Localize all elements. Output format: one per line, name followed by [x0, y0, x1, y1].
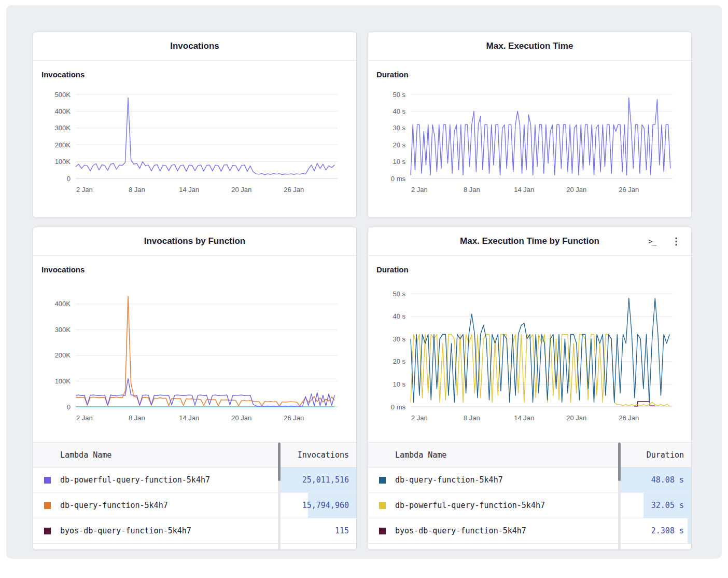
svg-text:50 s: 50 s	[393, 290, 405, 298]
panel-body: Invocations 0100K200K300K400K500K2 Jan8 …	[33, 61, 356, 197]
panel-body: Duration 0 ms10 s20 s30 s40 s50 s2 Jan8 …	[368, 256, 691, 425]
table-row[interactable]: db-powerful-query-function-5k4h732.05 s	[368, 493, 691, 518]
chart-svg: 0100K200K300K400K500K2 Jan8 Jan14 Jan20 …	[41, 87, 348, 197]
svg-text:26 Jan: 26 Jan	[619, 186, 639, 194]
svg-text:2 Jan: 2 Jan	[411, 414, 428, 422]
metric-value: 115	[335, 526, 349, 535]
terminal-icon[interactable]: >_	[648, 237, 656, 245]
table-rows: db-powerful-query-function-5k4h725,011,5…	[33, 467, 356, 549]
panel-title: Max. Execution Time by Function	[460, 236, 599, 246]
column-resize-divider[interactable]	[278, 443, 281, 549]
column-header-duration[interactable]: Duration	[620, 450, 691, 460]
table-row[interactable]: db-powerful-query-function-5k4h725,011,5…	[33, 467, 356, 493]
metric-value: 15,794,960	[302, 501, 349, 510]
invocations-by-function-table: Lambda Name Invocations db-powerful-quer…	[33, 442, 356, 549]
panel-title: Invocations	[170, 41, 219, 51]
kebab-menu-icon[interactable]: ⋮	[671, 236, 681, 247]
chart-svg: 0 ms10 s20 s30 s40 s50 s2 Jan8 Jan14 Jan…	[376, 87, 683, 197]
column-header-invocations[interactable]: Invocations	[279, 450, 356, 460]
svg-text:10 s: 10 s	[393, 158, 405, 166]
y-axis-title: Invocations	[41, 265, 348, 274]
metric-value-cell: 15,794,960	[279, 493, 356, 518]
svg-text:2 Jan: 2 Jan	[411, 186, 428, 194]
series-color-swatch	[379, 477, 386, 484]
series-color-swatch	[379, 502, 386, 509]
svg-text:20 s: 20 s	[393, 357, 405, 365]
panel-invocations: Invocations Invocations 0100K200K300K400…	[33, 32, 357, 218]
svg-text:20 Jan: 20 Jan	[231, 186, 251, 194]
svg-text:14 Jan: 14 Jan	[514, 414, 534, 422]
metric-value-cell: 32.05 s	[620, 493, 691, 518]
svg-text:0: 0	[67, 403, 71, 411]
svg-text:40 s: 40 s	[393, 107, 405, 115]
invocations-by-function-chart: 0100K200K300K400K2 Jan8 Jan14 Jan20 Jan2…	[41, 286, 348, 425]
panel-body: Invocations 0100K200K300K400K2 Jan8 Jan1…	[33, 256, 356, 425]
svg-text:0: 0	[67, 175, 71, 183]
lambda-name: db-powerful-query-function-5k4h7	[60, 475, 279, 485]
metric-value-cell: 2.308 s	[620, 518, 691, 543]
panel-header: Invocations	[33, 32, 356, 61]
y-axis-title: Invocations	[41, 70, 348, 79]
column-header-lambda-name[interactable]: Lambda Name	[368, 450, 620, 460]
svg-text:20 Jan: 20 Jan	[231, 414, 251, 422]
table-row[interactable]: db-query-function-5k4h748.08 s	[368, 467, 691, 493]
max-execution-time-by-function-table: Lambda Name Duration db-query-function-5…	[368, 442, 691, 549]
svg-text:100K: 100K	[55, 377, 71, 385]
svg-text:400K: 400K	[55, 300, 71, 308]
svg-text:100K: 100K	[55, 158, 71, 166]
svg-text:26 Jan: 26 Jan	[284, 186, 304, 194]
panel-invocations-by-function: Invocations by Function Invocations 0100…	[33, 227, 357, 550]
table-rows: db-query-function-5k4h748.08 sdb-powerfu…	[368, 467, 691, 549]
panel-max-execution-time-by-function: Max. Execution Time by Function >_ ⋮ Dur…	[368, 227, 692, 550]
lambda-name: byos-db-query-function-5k4h7	[60, 526, 279, 535]
svg-text:20 s: 20 s	[393, 141, 405, 149]
svg-text:14 Jan: 14 Jan	[179, 186, 199, 194]
lambda-name: db-powerful-query-function-5k4h7	[395, 501, 620, 510]
panel-body: Duration 0 ms10 s20 s30 s40 s50 s2 Jan8 …	[368, 61, 691, 197]
table-header: Lambda Name Invocations	[33, 443, 356, 467]
table-row-partial	[33, 544, 356, 549]
svg-text:26 Jan: 26 Jan	[284, 414, 304, 422]
svg-text:200K: 200K	[55, 141, 71, 149]
metric-value-cell: 115	[279, 518, 356, 543]
metric-value-cell: 48.08 s	[620, 467, 691, 492]
svg-text:8 Jan: 8 Jan	[129, 186, 145, 194]
svg-text:40 s: 40 s	[393, 312, 405, 320]
column-resize-divider[interactable]	[618, 443, 621, 549]
metric-value-cell: 25,011,516	[279, 467, 356, 492]
svg-text:14 Jan: 14 Jan	[514, 186, 534, 194]
metric-value: 48.08 s	[651, 475, 684, 485]
svg-text:14 Jan: 14 Jan	[179, 414, 199, 422]
svg-text:10 s: 10 s	[393, 380, 405, 388]
y-axis-title: Duration	[376, 265, 683, 274]
svg-text:500K: 500K	[55, 91, 71, 99]
chart-svg: 0 ms10 s20 s30 s40 s50 s2 Jan8 Jan14 Jan…	[376, 286, 683, 425]
table-row[interactable]: db-query-function-5k4h715,794,960	[33, 493, 356, 518]
svg-text:26 Jan: 26 Jan	[619, 414, 639, 422]
svg-text:300K: 300K	[55, 326, 71, 334]
table-row[interactable]: byos-db-query-function-5k4h72.308 s	[368, 518, 691, 544]
panel-header: Invocations by Function	[33, 227, 356, 256]
svg-text:20 Jan: 20 Jan	[566, 414, 586, 422]
svg-text:30 s: 30 s	[393, 124, 405, 132]
series-color-swatch	[44, 477, 51, 484]
scrollbar-thumb[interactable]	[618, 443, 621, 481]
svg-text:8 Jan: 8 Jan	[129, 414, 145, 422]
lambda-name: db-query-function-5k4h7	[60, 501, 279, 510]
dashboard-canvas: Invocations Invocations 0100K200K300K400…	[6, 5, 722, 559]
scrollbar-thumb[interactable]	[278, 443, 281, 481]
table-row-partial	[368, 544, 691, 549]
svg-text:300K: 300K	[55, 124, 71, 132]
chart-svg: 0100K200K300K400K2 Jan8 Jan14 Jan20 Jan2…	[41, 286, 348, 425]
column-header-lambda-name[interactable]: Lambda Name	[33, 450, 279, 460]
panel-header: Max. Execution Time by Function >_ ⋮	[368, 227, 691, 256]
series-color-swatch	[44, 528, 51, 534]
table-row[interactable]: byos-db-query-function-5k4h7115	[33, 518, 356, 544]
invocations-chart: 0100K200K300K400K500K2 Jan8 Jan14 Jan20 …	[41, 87, 348, 197]
panel-max-execution-time: Max. Execution Time Duration 0 ms10 s20 …	[368, 32, 692, 218]
panel-title: Invocations by Function	[144, 236, 246, 246]
svg-text:20 Jan: 20 Jan	[566, 186, 586, 194]
lambda-name: db-query-function-5k4h7	[395, 475, 620, 485]
svg-text:2 Jan: 2 Jan	[76, 414, 93, 422]
svg-text:0 ms: 0 ms	[391, 403, 406, 411]
